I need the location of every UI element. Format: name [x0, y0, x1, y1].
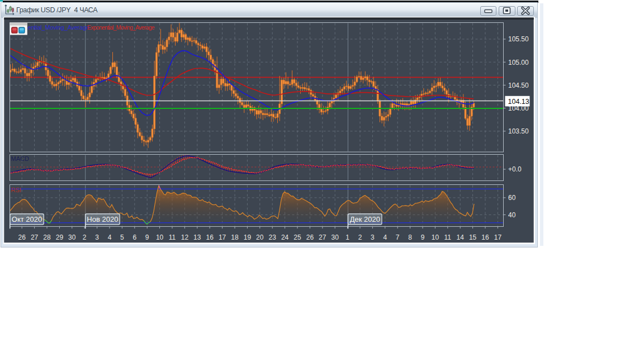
svg-text:9: 9 — [421, 234, 425, 241]
svg-text:27: 27 — [319, 234, 326, 241]
svg-text:15: 15 — [469, 234, 477, 241]
svg-text:11: 11 — [169, 234, 176, 241]
svg-text:4: 4 — [108, 234, 112, 241]
svg-text:20: 20 — [256, 234, 264, 241]
svg-text:17: 17 — [219, 234, 226, 241]
svg-text:19: 19 — [244, 234, 252, 241]
svg-text:MACD: MACD — [11, 155, 29, 162]
svg-text:2: 2 — [83, 234, 87, 241]
svg-text:29: 29 — [56, 234, 64, 241]
svg-text:11: 11 — [444, 234, 452, 241]
svg-text:105.50: 105.50 — [508, 35, 529, 43]
svg-text:26: 26 — [306, 234, 314, 241]
svg-text:Нов 2020: Нов 2020 — [87, 215, 118, 223]
svg-text:16: 16 — [206, 234, 214, 241]
svg-text:10: 10 — [432, 234, 439, 241]
svg-text:23: 23 — [269, 234, 277, 241]
svg-text:4: 4 — [383, 234, 387, 241]
svg-text:40: 40 — [508, 211, 516, 219]
svg-text:3: 3 — [371, 234, 375, 241]
svg-text:7: 7 — [396, 234, 400, 241]
svg-text:26: 26 — [18, 234, 26, 241]
svg-text:30: 30 — [68, 234, 76, 241]
svg-text:2: 2 — [358, 234, 362, 241]
svg-text:16: 16 — [481, 234, 489, 241]
svg-text:14: 14 — [457, 234, 465, 241]
svg-text:24: 24 — [281, 234, 289, 241]
svg-text:1: 1 — [345, 234, 349, 241]
svg-text:28: 28 — [43, 234, 51, 241]
svg-text:Дек 2020: Дек 2020 — [350, 215, 380, 223]
svg-text:17: 17 — [494, 234, 502, 241]
svg-text:103.50: 103.50 — [508, 127, 529, 135]
svg-text:60: 60 — [508, 194, 516, 202]
svg-text:6: 6 — [132, 234, 136, 241]
svg-text:27: 27 — [31, 234, 39, 241]
svg-text:104.50: 104.50 — [508, 82, 529, 89]
svg-text:12: 12 — [181, 234, 189, 241]
svg-text:RSI: RSI — [11, 187, 21, 193]
svg-text:9: 9 — [145, 234, 149, 241]
svg-text:8: 8 — [408, 234, 412, 241]
svg-text:Окт 2020: Окт 2020 — [12, 215, 42, 223]
svg-text:30: 30 — [332, 234, 339, 241]
svg-text:Exponential_Moving_Average: Exponential_Moving_Average — [87, 24, 155, 31]
svg-text:105.00: 105.00 — [508, 59, 529, 66]
svg-text:3: 3 — [95, 234, 99, 241]
svg-text:5: 5 — [120, 234, 124, 241]
svg-text:104.13: 104.13 — [508, 98, 529, 106]
svg-text:18: 18 — [231, 234, 239, 241]
svg-text:+0.0: +0.0 — [508, 165, 522, 173]
svg-text:25: 25 — [293, 234, 301, 241]
svg-text:10: 10 — [156, 234, 164, 241]
svg-text:ential_Moving_Average: ential_Moving_Average — [28, 24, 90, 31]
svg-text:13: 13 — [193, 234, 201, 241]
